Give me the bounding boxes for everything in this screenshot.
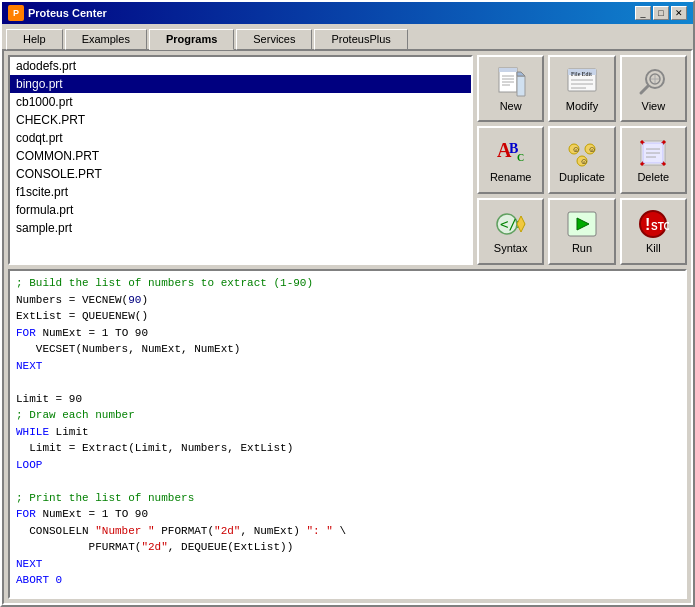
svg-text:STOP: STOP: [651, 221, 669, 232]
new-button[interactable]: New: [477, 55, 544, 122]
code-line: ; Build the list of numbers to extract (…: [16, 275, 679, 292]
rename-button[interactable]: A B C Rename: [477, 126, 544, 193]
tab-proteusplus[interactable]: ProteusPlus: [314, 29, 407, 50]
code-line: ; Print the list of numbers: [16, 490, 679, 507]
syntax-label: Syntax: [494, 242, 528, 254]
file-item[interactable]: formula.prt: [10, 201, 471, 219]
file-item[interactable]: adodefs.prt: [10, 57, 471, 75]
duplicate-label: Duplicate: [559, 171, 605, 183]
kill-button[interactable]: ! STOP Kill: [620, 198, 687, 265]
code-line: ; Draw each number: [16, 407, 679, 424]
file-item[interactable]: bingo.prt: [10, 75, 471, 93]
view-label: View: [642, 100, 666, 112]
syntax-button[interactable]: </> Syntax: [477, 198, 544, 265]
title-bar-left: P Proteus Center: [8, 5, 107, 21]
rename-label: Rename: [490, 171, 532, 183]
file-item[interactable]: CHECK.PRT: [10, 111, 471, 129]
svg-marker-8: [517, 76, 525, 96]
main-content: adodefs.prtbingo.prtcb1000.prtCHECK.PRTc…: [2, 49, 693, 605]
tab-programs[interactable]: Programs: [149, 29, 234, 50]
file-item[interactable]: COMMON.PRT: [10, 147, 471, 165]
new-label: New: [500, 100, 522, 112]
tab-help[interactable]: Help: [6, 29, 63, 50]
svg-text:☺: ☺: [588, 145, 596, 154]
new-icon: [495, 66, 527, 98]
code-line: Numbers = VECNEW(90): [16, 292, 679, 309]
top-section: adodefs.prtbingo.prtcb1000.prtCHECK.PRTc…: [8, 55, 687, 265]
svg-text:☺: ☺: [572, 145, 580, 154]
svg-marker-9: [517, 72, 525, 76]
code-line: PFURMAT("2d", DEQUEUE(ExtList)): [16, 539, 679, 556]
svg-line-18: [641, 86, 648, 93]
code-line: Limit = 90: [16, 391, 679, 408]
code-line: FOR NumExt = 1 TO 90: [16, 506, 679, 523]
maximize-button[interactable]: □: [653, 6, 669, 20]
run-label: Run: [572, 242, 592, 254]
modify-icon: File Edit: [566, 66, 598, 98]
window-title: Proteus Center: [28, 7, 107, 19]
action-buttons: New File Edit Modify: [477, 55, 687, 265]
syntax-icon: </>: [495, 208, 527, 240]
title-buttons: _ □ ✕: [635, 6, 687, 20]
code-line: CONSOLELN "Number " PFORMAT("2d", NumExt…: [16, 523, 679, 540]
view-icon: [637, 66, 669, 98]
title-bar: P Proteus Center _ □ ✕: [2, 2, 693, 24]
file-item[interactable]: sample.prt: [10, 219, 471, 237]
code-line: [16, 473, 679, 490]
code-line: NEXT: [16, 556, 679, 573]
rename-icon: A B C: [495, 137, 527, 169]
tab-services[interactable]: Services: [236, 29, 312, 50]
kill-label: Kill: [646, 242, 661, 254]
file-list[interactable]: adodefs.prtbingo.prtcb1000.prtCHECK.PRTc…: [8, 55, 473, 265]
code-line: LOOP: [16, 457, 679, 474]
tab-bar: Help Examples Programs Services ProteusP…: [2, 24, 693, 49]
duplicate-icon: ☺ ☺ ☺: [566, 137, 598, 169]
svg-text:!: !: [645, 216, 650, 233]
code-editor[interactable]: ; Build the list of numbers to extract (…: [8, 269, 687, 599]
delete-icon: [637, 137, 669, 169]
code-line: ExtList = QUEUENEW(): [16, 308, 679, 325]
run-icon: [566, 208, 598, 240]
tab-examples[interactable]: Examples: [65, 29, 147, 50]
code-line: WHILE Limit: [16, 424, 679, 441]
svg-rect-3: [499, 68, 517, 72]
minimize-button[interactable]: _: [635, 6, 651, 20]
file-item[interactable]: CONSOLE.PRT: [10, 165, 471, 183]
svg-text:C: C: [517, 152, 524, 163]
modify-button[interactable]: File Edit Modify: [548, 55, 615, 122]
svg-text:P: P: [13, 8, 19, 18]
app-icon: P: [8, 5, 24, 21]
main-window: P Proteus Center _ □ ✕ Help Examples Pro…: [0, 0, 695, 607]
svg-text:File Edit: File Edit: [571, 71, 592, 77]
code-line: ABORT 0: [16, 572, 679, 589]
code-line: Limit = Extract(Limit, Numbers, ExtList): [16, 440, 679, 457]
code-line: [16, 374, 679, 391]
code-line: NEXT: [16, 358, 679, 375]
run-button[interactable]: Run: [548, 198, 615, 265]
file-item[interactable]: codqt.prt: [10, 129, 471, 147]
file-item[interactable]: f1scite.prt: [10, 183, 471, 201]
kill-icon: ! STOP: [637, 208, 669, 240]
delete-label: Delete: [637, 171, 669, 183]
file-item[interactable]: cb1000.prt: [10, 93, 471, 111]
duplicate-button[interactable]: ☺ ☺ ☺ Duplicate: [548, 126, 615, 193]
view-button[interactable]: View: [620, 55, 687, 122]
code-line: VECSET(Numbers, NumExt, NumExt): [16, 341, 679, 358]
code-line: FOR NumExt = 1 TO 90: [16, 325, 679, 342]
close-button[interactable]: ✕: [671, 6, 687, 20]
svg-text:☺: ☺: [580, 157, 588, 166]
modify-label: Modify: [566, 100, 598, 112]
delete-button[interactable]: Delete: [620, 126, 687, 193]
